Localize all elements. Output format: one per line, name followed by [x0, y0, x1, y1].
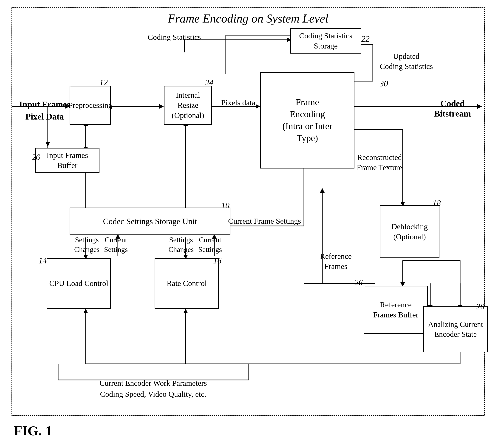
reference-frames-buffer-box: ReferenceFrames Buffer: [364, 286, 428, 334]
ref-24: 24: [205, 78, 213, 87]
ref-10: 10: [221, 201, 229, 210]
ref-22: 22: [361, 34, 370, 44]
codec-settings-box: Codec Settings Storage Unit: [70, 208, 230, 235]
current-settings-2-label: CurrentSettings: [198, 235, 222, 254]
coding-stats-storage-box: Coding StatisticsStorage: [290, 28, 361, 54]
analizing-encoder-box: Analizing CurrentEncoder State: [423, 306, 488, 352]
preprocessing-box: Preprocessing: [70, 86, 111, 125]
ref-26-buffer: 26: [32, 152, 40, 162]
svg-marker-46: [183, 309, 188, 313]
coded-bitstream-label: Coded Bitstream: [421, 98, 484, 119]
current-settings-1-label: CurrentSettings: [104, 235, 128, 254]
svg-marker-55: [320, 188, 325, 193]
ref-16: 16: [213, 256, 221, 266]
frame-encoding-box: FrameEncoding(Intra or InterType): [260, 72, 354, 168]
input-frames-label: Input FramesPixel Data: [19, 98, 70, 123]
cpu-load-control-box: CPU Load Control: [47, 258, 111, 309]
svg-marker-3: [159, 104, 164, 109]
ref-26-ref: 26: [354, 278, 363, 287]
deblocking-box: Deblocking(Optional): [380, 205, 440, 258]
input-frames-buffer-box: Input Frames Buffer: [35, 148, 99, 173]
rate-control-box: Rate Control: [155, 258, 219, 309]
svg-marker-45: [83, 309, 88, 313]
settings-changes-2-label: SettingsChanges: [168, 235, 194, 254]
ref-18: 18: [433, 198, 441, 208]
ref-30: 30: [380, 79, 388, 89]
pixels-data-label: Pixels data: [221, 98, 255, 107]
coding-statistics-label: Coding Statistics: [148, 33, 201, 42]
svg-marker-5: [256, 104, 260, 109]
reconstructed-frame-texture-label: ReconstructedFrame Texture: [357, 152, 402, 173]
internal-resize-box: Internal Resize(Optional): [164, 86, 212, 125]
fig-label: FIG. 1: [14, 423, 52, 439]
settings-changes-1-label: SettingsChanges: [74, 235, 99, 254]
ref-14: 14: [39, 256, 47, 266]
ref-12: 12: [99, 78, 108, 87]
current-encoder-work-params-label: Current Encoder Work ParametersCoding Sp…: [99, 378, 207, 400]
ref-20: 20: [476, 302, 485, 311]
current-frame-settings-label: Current Frame Settings: [228, 217, 301, 225]
reference-frames-label: ReferenceFrames: [320, 251, 352, 272]
updated-coding-stats-label: UpdatedCoding Statistics: [380, 51, 433, 71]
